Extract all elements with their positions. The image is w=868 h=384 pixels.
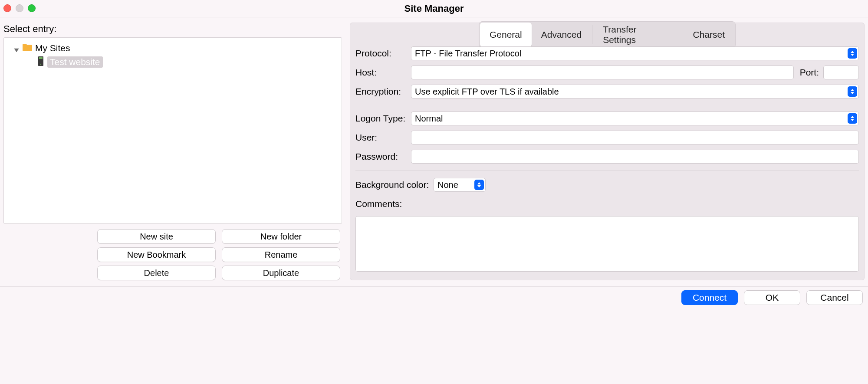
protocol-value: FTP - File Transfer Protocol xyxy=(415,49,845,59)
protocol-select[interactable]: FTP - File Transfer Protocol xyxy=(411,46,859,60)
password-input[interactable] xyxy=(411,150,859,164)
dropdown-icon xyxy=(474,180,484,190)
user-input-field[interactable] xyxy=(415,132,855,143)
window-controls xyxy=(3,4,36,12)
dropdown-icon xyxy=(848,48,857,59)
comments-input[interactable] xyxy=(355,216,859,272)
chevron-down-icon[interactable] xyxy=(13,45,20,51)
dropdown-icon xyxy=(848,113,857,124)
tab-charset[interactable]: Charset xyxy=(683,23,734,47)
new-folder-button[interactable]: New folder xyxy=(222,229,340,244)
password-label: Password: xyxy=(355,151,407,162)
port-input[interactable] xyxy=(823,66,859,79)
window-minimize-button[interactable] xyxy=(16,4,23,12)
host-label: Host: xyxy=(355,67,407,78)
duplicate-button[interactable]: Duplicate xyxy=(222,266,340,280)
encryption-select[interactable]: Use explicit FTP over TLS if available xyxy=(411,85,859,98)
svg-marker-0 xyxy=(14,49,19,52)
svg-point-3 xyxy=(40,63,41,64)
user-input[interactable] xyxy=(411,131,859,144)
new-bookmark-button[interactable]: New Bookmark xyxy=(97,247,216,262)
logon-type-label: Logon Type: xyxy=(355,113,407,124)
host-input-field[interactable] xyxy=(415,67,790,78)
tab-transfer-settings[interactable]: Transfer Settings xyxy=(593,23,681,47)
encryption-value: Use explicit FTP over TLS if available xyxy=(415,87,845,97)
tab-separator xyxy=(592,25,592,44)
settings-panel: General Advanced Transfer Settings Chars… xyxy=(350,23,865,280)
logon-type-select[interactable]: Normal xyxy=(411,112,859,125)
tab-separator xyxy=(682,25,682,44)
password-input-field[interactable] xyxy=(415,151,855,162)
new-site-button[interactable]: New site xyxy=(97,229,216,244)
tree-root-label: My Sites xyxy=(35,43,70,53)
cancel-button[interactable]: Cancel xyxy=(806,290,863,305)
tab-general[interactable]: General xyxy=(480,23,532,47)
port-input-field[interactable] xyxy=(827,67,855,78)
protocol-label: Protocol: xyxy=(355,48,407,59)
bgcolor-value: None xyxy=(437,180,472,190)
svg-rect-2 xyxy=(39,57,43,59)
select-entry-label: Select entry: xyxy=(3,23,342,35)
window-maximize-button[interactable] xyxy=(28,4,36,12)
tree-root-my-sites[interactable]: My Sites xyxy=(7,41,339,55)
site-tree[interactable]: My Sites Test website xyxy=(3,37,342,224)
port-label: Port: xyxy=(800,67,819,78)
bgcolor-select[interactable]: None xyxy=(434,178,486,192)
encryption-label: Encryption: xyxy=(355,86,407,97)
dropdown-icon xyxy=(848,86,857,97)
comments-textarea[interactable] xyxy=(356,217,858,271)
server-icon xyxy=(37,56,45,69)
comments-label: Comments: xyxy=(355,199,859,209)
host-input[interactable] xyxy=(411,66,794,79)
ok-button[interactable]: OK xyxy=(744,290,800,305)
window-title: Site Manager xyxy=(404,3,464,14)
window-close-button[interactable] xyxy=(3,4,11,12)
tree-item-label: Test website xyxy=(47,56,103,68)
connect-button[interactable]: Connect xyxy=(681,290,738,305)
user-label: User: xyxy=(355,132,407,143)
tree-item-test-website[interactable]: Test website xyxy=(7,55,339,69)
bgcolor-label: Background color: xyxy=(355,180,429,190)
logon-type-value: Normal xyxy=(415,114,845,124)
divider xyxy=(355,171,859,171)
tab-advanced[interactable]: Advanced xyxy=(532,23,591,47)
settings-tabbar: General Advanced Transfer Settings Chars… xyxy=(479,21,736,48)
delete-button[interactable]: Delete xyxy=(97,266,216,280)
titlebar: Site Manager xyxy=(0,0,868,17)
folder-icon xyxy=(22,43,33,54)
dialog-footer: Connect OK Cancel xyxy=(0,286,868,309)
site-action-buttons: New site New folder New Bookmark Rename … xyxy=(97,229,340,280)
rename-button[interactable]: Rename xyxy=(222,247,340,262)
